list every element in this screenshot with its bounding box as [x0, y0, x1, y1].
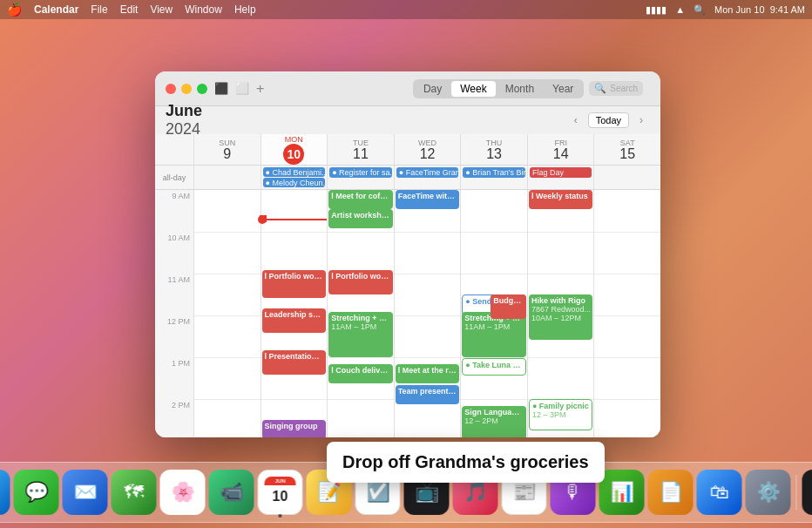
search-menubar-icon[interactable]: 🔍 — [694, 4, 706, 16]
current-time-indicator — [261, 219, 328, 220]
battery-icon: ▮▮▮▮ — [646, 4, 667, 16]
event-family-picnic[interactable]: ● Family picnic 12 – 3PM — [529, 399, 593, 430]
tooltip-text: Drop off Grandma's groceries — [342, 452, 589, 471]
event-leadership[interactable]: Leadership skil... — [262, 308, 327, 333]
event-meet-for-coffee[interactable]: l Meet for coffee — [328, 190, 393, 209]
event-facetime-with[interactable]: FaceTime with... — [396, 190, 460, 209]
dock-numbers[interactable]: 📊 — [599, 470, 645, 515]
next-week-button[interactable]: › — [633, 112, 650, 129]
time-2pm: 2 PM — [155, 399, 193, 437]
day-header-sun[interactable]: SUN 9 — [193, 134, 261, 165]
minimize-button[interactable] — [181, 84, 192, 94]
prev-week-button[interactable]: ‹ — [567, 112, 585, 129]
menu-file[interactable]: File — [91, 3, 107, 16]
event-sign-language[interactable]: Sign Language Club 12 – 2PM — [462, 406, 526, 437]
time-1pm: 1 PM — [155, 357, 193, 399]
event-stretching-tue[interactable]: Stretching + weights 11AM – 1PM — [328, 312, 393, 357]
event-portfolio-work-mon[interactable]: l Portfolio work... — [262, 270, 327, 298]
event-take-luna[interactable]: ● Take Luna to th... — [462, 358, 526, 376]
search-box[interactable]: 🔍 Search — [589, 81, 643, 96]
allday-fri: Flag Day — [527, 166, 594, 189]
cal-grid: 9 AM 10 AM 11 AM 12 PM 1 PM 2 PM 3 PM 4 … — [155, 190, 660, 437]
allday-thu: ● Brian Tran's Bir... — [460, 166, 527, 189]
time-10am: 10 AM — [155, 232, 193, 274]
event-meet-at-res[interactable]: l Meet at the res... — [396, 364, 460, 383]
dock-maps[interactable]: 🗺 — [112, 470, 157, 515]
allday-tue: ● Register for sa... — [327, 166, 394, 189]
tab-day[interactable]: Day — [415, 81, 450, 97]
tab-year[interactable]: Year — [544, 81, 582, 97]
day-col-sat — [593, 190, 660, 437]
share-icon[interactable]: ⬜ — [235, 82, 249, 95]
toggle-sidebar-icon[interactable]: ⬛ — [214, 82, 228, 95]
dock-photos[interactable]: 🌸 — [160, 470, 206, 515]
dock-mail[interactable]: ✉️ — [63, 470, 108, 515]
days-header: SUN 9 MON 10 TUE 11 WED 12 THU 13 FRI 14 — [155, 134, 660, 166]
menu-view[interactable]: View — [150, 3, 173, 16]
dock-appstore[interactable]: 🛍 — [697, 470, 742, 515]
allday-row: all-day ● Chad Benjami... ● Melody Cheun… — [155, 166, 660, 190]
dock-safari[interactable]: 🧭 — [0, 470, 10, 515]
time-11am: 11 AM — [155, 274, 193, 315]
today-button[interactable]: Today — [588, 112, 629, 128]
event-budget-meeting[interactable]: Budget meeting — [491, 294, 526, 319]
day-header-sat[interactable]: SAT 15 — [593, 134, 660, 165]
menubar-left: 🍎 Calendar File Edit View Window Help — [7, 3, 256, 17]
traffic-lights — [166, 84, 207, 94]
wifi-icon: ▲ — [675, 4, 685, 15]
allday-event-brian[interactable]: ● Brian Tran's Bir... — [463, 167, 525, 178]
event-hike-with-rigo[interactable]: Hike with Rigo 7867 Redwood... 10AM – 12… — [529, 294, 593, 340]
dock-facetime[interactable]: 📹 — [209, 470, 254, 515]
cal-header: June 2024 ‹ Today › — [155, 106, 660, 134]
event-singing-group[interactable]: Singing group — [262, 420, 327, 437]
event-artist-workshop[interactable]: Artist worksho... — [328, 209, 393, 228]
allday-sun — [193, 166, 261, 189]
search-icon: 🔍 — [594, 83, 606, 94]
event-presentation-p[interactable]: l Presentation p... — [262, 350, 327, 375]
allday-mon: ● Chad Benjami... ● Melody Cheun... — [261, 166, 328, 189]
month-title: June 2024 — [155, 102, 242, 139]
dock-calendar[interactable]: JUN 10 — [258, 470, 303, 515]
day-header-tue[interactable]: TUE 11 — [327, 134, 394, 165]
event-team-presenta[interactable]: Team presenta... — [396, 385, 460, 404]
tab-week[interactable]: Week — [451, 81, 495, 97]
allday-wed: ● FaceTime Gran... — [394, 166, 461, 189]
day-col-mon: ● l Portfolio work... Leadership skil...… — [261, 190, 328, 437]
day-col-sun — [193, 190, 261, 437]
menu-help[interactable]: Help — [234, 3, 256, 16]
dock-pages[interactable]: 📄 — [648, 470, 694, 515]
allday-event-chad[interactable]: ● Chad Benjami... — [263, 167, 326, 177]
menu-edit[interactable]: Edit — [120, 3, 139, 16]
day-header-wed[interactable]: WED 12 — [394, 134, 461, 165]
allday-event-facetime-gran[interactable]: ● FaceTime Gran... — [396, 167, 459, 178]
menubar: 🍎 Calendar File Edit View Window Help ▮▮… — [0, 0, 812, 19]
tab-month[interactable]: Month — [497, 81, 543, 97]
event-portfolio-work-tue[interactable]: l Portfolio work... — [328, 270, 393, 294]
time-9am: 9 AM — [155, 190, 193, 232]
add-calendar-icon[interactable]: + — [256, 81, 264, 97]
menu-window[interactable]: Window — [185, 3, 222, 16]
dock-settings[interactable]: ⚙️ — [746, 470, 791, 515]
day-header-mon[interactable]: MON 10 — [261, 134, 328, 165]
day-col-tue: l Meet for coffee Artist worksho... l Po… — [327, 190, 394, 437]
allday-event-melody[interactable]: ● Melody Cheun... — [263, 178, 326, 187]
allday-event-flagday[interactable]: Flag Day — [530, 167, 592, 178]
event-weekly-status[interactable]: l Weekly status — [529, 190, 593, 209]
allday-label: all-day — [155, 166, 193, 189]
allday-event-register[interactable]: ● Register for sa... — [329, 167, 392, 178]
maximize-button[interactable] — [197, 84, 207, 94]
apple-menu[interactable]: 🍎 — [7, 3, 22, 17]
window-extra-controls: ⬛ ⬜ + — [214, 81, 264, 97]
app-name[interactable]: Calendar — [34, 3, 78, 16]
day-header-fri[interactable]: FRI 14 — [527, 134, 594, 165]
dock-messages[interactable]: 💬 — [14, 470, 59, 515]
close-button[interactable] — [166, 84, 176, 94]
day-header-thu[interactable]: THU 13 — [460, 134, 527, 165]
day-col-fri: l Weekly status Hike with Rigo 7867 Redw… — [527, 190, 594, 437]
event-couch-delivery[interactable]: l Couch delivery — [328, 364, 393, 383]
view-tabs: Day Week Month Year — [413, 79, 584, 98]
dock-separator — [796, 475, 797, 510]
search-placeholder: Search — [610, 84, 638, 93]
dock-iphone-mirror[interactable]: 📱 — [802, 470, 813, 515]
time-gutter — [155, 134, 193, 165]
